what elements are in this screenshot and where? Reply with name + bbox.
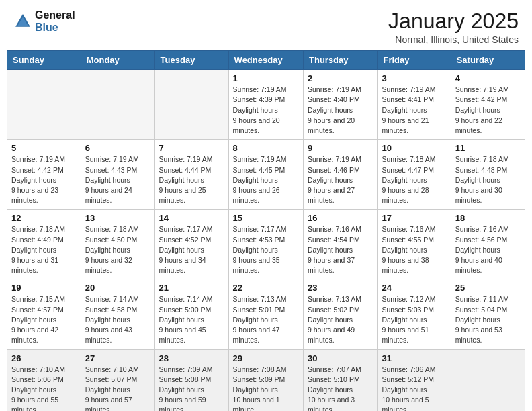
day-number: 5 [11, 143, 77, 153]
calendar-day-cell [7, 70, 81, 140]
day-number: 29 [233, 353, 299, 363]
day-info: Sunrise: 7:14 AMSunset: 4:58 PMDaylight … [85, 294, 150, 345]
day-info: Sunrise: 7:19 AMSunset: 4:41 PMDaylight … [382, 85, 446, 136]
logo-text: General Blue [35, 9, 75, 33]
day-number: 3 [382, 73, 446, 83]
logo: General Blue [13, 9, 75, 33]
day-number: 27 [85, 353, 150, 363]
day-info: Sunrise: 7:16 AMSunset: 4:55 PMDaylight … [382, 224, 446, 275]
calendar-day-cell: 13Sunrise: 7:18 AMSunset: 4:50 PMDayligh… [81, 210, 154, 279]
calendar-day-cell: 18Sunrise: 7:16 AMSunset: 4:56 PMDayligh… [451, 210, 525, 279]
day-info: Sunrise: 7:09 AMSunset: 5:08 PMDaylight … [159, 365, 224, 411]
day-number: 28 [159, 353, 224, 363]
day-info: Sunrise: 7:19 AMSunset: 4:44 PMDaylight … [159, 154, 224, 205]
day-number: 26 [11, 353, 77, 363]
day-info: Sunrise: 7:19 AMSunset: 4:43 PMDaylight … [85, 154, 150, 205]
calendar-day-cell: 11Sunrise: 7:18 AMSunset: 4:48 PMDayligh… [451, 140, 525, 210]
day-header-saturday: Saturday [451, 51, 525, 70]
day-header-tuesday: Tuesday [154, 51, 228, 70]
day-number: 11 [455, 143, 521, 153]
calendar-day-cell: 16Sunrise: 7:16 AMSunset: 4:54 PMDayligh… [304, 210, 378, 279]
logo-blue: Blue [35, 21, 75, 34]
day-info: Sunrise: 7:19 AMSunset: 4:46 PMDaylight … [308, 154, 373, 205]
day-info: Sunrise: 7:18 AMSunset: 4:50 PMDaylight … [85, 224, 150, 275]
day-number: 13 [85, 213, 150, 223]
day-header-friday: Friday [378, 51, 451, 70]
day-number: 23 [308, 283, 373, 293]
calendar-week-row: 12Sunrise: 7:18 AMSunset: 4:49 PMDayligh… [7, 210, 525, 279]
day-number: 8 [233, 143, 299, 153]
month-title: January 2025 [388, 9, 519, 33]
day-info: Sunrise: 7:16 AMSunset: 4:54 PMDaylight … [308, 224, 373, 275]
calendar-week-row: 5Sunrise: 7:19 AMSunset: 4:42 PMDaylight… [7, 140, 525, 210]
day-info: Sunrise: 7:13 AMSunset: 5:02 PMDaylight … [308, 294, 373, 345]
day-info: Sunrise: 7:08 AMSunset: 5:09 PMDaylight … [233, 365, 299, 411]
day-number: 21 [159, 283, 224, 293]
day-info: Sunrise: 7:13 AMSunset: 5:01 PMDaylight … [233, 294, 299, 345]
calendar-day-cell: 22Sunrise: 7:13 AMSunset: 5:01 PMDayligh… [228, 279, 303, 349]
day-info: Sunrise: 7:19 AMSunset: 4:42 PMDaylight … [455, 85, 521, 136]
day-info: Sunrise: 7:19 AMSunset: 4:40 PMDaylight … [308, 85, 373, 136]
calendar-day-cell: 6Sunrise: 7:19 AMSunset: 4:43 PMDaylight… [81, 140, 154, 210]
location: Normal, Illinois, United States [388, 34, 519, 45]
day-number: 19 [11, 283, 77, 293]
logo-general: General [35, 9, 75, 21]
calendar-day-cell: 21Sunrise: 7:14 AMSunset: 5:00 PMDayligh… [154, 279, 228, 349]
day-info: Sunrise: 7:16 AMSunset: 4:56 PMDaylight … [455, 224, 521, 275]
calendar-day-cell: 8Sunrise: 7:19 AMSunset: 4:45 PMDaylight… [228, 140, 303, 210]
day-info: Sunrise: 7:17 AMSunset: 4:52 PMDaylight … [159, 224, 224, 275]
day-info: Sunrise: 7:10 AMSunset: 5:07 PMDaylight … [85, 365, 150, 411]
day-number: 30 [308, 353, 373, 363]
day-number: 24 [382, 283, 446, 293]
calendar-header-row: SundayMondayTuesdayWednesdayThursdayFrid… [7, 51, 525, 70]
day-info: Sunrise: 7:18 AMSunset: 4:48 PMDaylight … [455, 154, 521, 205]
calendar-day-cell [451, 349, 525, 411]
calendar-wrapper: SundayMondayTuesdayWednesdayThursdayFrid… [0, 50, 532, 411]
header: General Blue January 2025 Normal, Illino… [0, 0, 532, 50]
calendar-day-cell: 27Sunrise: 7:10 AMSunset: 5:07 PMDayligh… [81, 349, 154, 411]
day-header-thursday: Thursday [304, 51, 378, 70]
calendar-day-cell: 26Sunrise: 7:10 AMSunset: 5:06 PMDayligh… [7, 349, 81, 411]
day-number: 16 [308, 213, 373, 223]
day-info: Sunrise: 7:06 AMSunset: 5:12 PMDaylight … [382, 365, 446, 411]
day-number: 17 [382, 213, 446, 223]
calendar-day-cell: 4Sunrise: 7:19 AMSunset: 4:42 PMDaylight… [451, 70, 525, 140]
calendar-day-cell: 3Sunrise: 7:19 AMSunset: 4:41 PMDaylight… [378, 70, 451, 140]
calendar-day-cell: 25Sunrise: 7:11 AMSunset: 5:04 PMDayligh… [451, 279, 525, 349]
logo-icon [13, 12, 32, 31]
day-number: 2 [308, 73, 373, 83]
day-number: 22 [233, 283, 299, 293]
day-info: Sunrise: 7:18 AMSunset: 4:49 PMDaylight … [11, 224, 77, 275]
day-number: 10 [382, 143, 446, 153]
calendar-day-cell: 29Sunrise: 7:08 AMSunset: 5:09 PMDayligh… [228, 349, 303, 411]
calendar-table: SundayMondayTuesdayWednesdayThursdayFrid… [7, 50, 525, 411]
day-number: 18 [455, 213, 521, 223]
day-number: 9 [308, 143, 373, 153]
day-number: 1 [233, 73, 299, 83]
calendar-day-cell: 7Sunrise: 7:19 AMSunset: 4:44 PMDaylight… [154, 140, 228, 210]
day-info: Sunrise: 7:14 AMSunset: 5:00 PMDaylight … [159, 294, 224, 345]
day-info: Sunrise: 7:18 AMSunset: 4:47 PMDaylight … [382, 154, 446, 205]
day-info: Sunrise: 7:11 AMSunset: 5:04 PMDaylight … [455, 294, 521, 345]
calendar-day-cell: 10Sunrise: 7:18 AMSunset: 4:47 PMDayligh… [378, 140, 451, 210]
calendar-day-cell: 20Sunrise: 7:14 AMSunset: 4:58 PMDayligh… [81, 279, 154, 349]
calendar-day-cell [154, 70, 228, 140]
day-number: 31 [382, 353, 446, 363]
calendar-day-cell: 15Sunrise: 7:17 AMSunset: 4:53 PMDayligh… [228, 210, 303, 279]
day-info: Sunrise: 7:17 AMSunset: 4:53 PMDaylight … [233, 224, 299, 275]
calendar-day-cell: 5Sunrise: 7:19 AMSunset: 4:42 PMDaylight… [7, 140, 81, 210]
day-header-monday: Monday [81, 51, 154, 70]
day-info: Sunrise: 7:10 AMSunset: 5:06 PMDaylight … [11, 365, 77, 411]
day-number: 25 [455, 283, 521, 293]
header-right: January 2025 Normal, Illinois, United St… [388, 9, 519, 45]
calendar-day-cell [81, 70, 154, 140]
calendar-day-cell: 12Sunrise: 7:18 AMSunset: 4:49 PMDayligh… [7, 210, 81, 279]
calendar-day-cell: 23Sunrise: 7:13 AMSunset: 5:02 PMDayligh… [304, 279, 378, 349]
day-number: 15 [233, 213, 299, 223]
calendar-week-row: 19Sunrise: 7:15 AMSunset: 4:57 PMDayligh… [7, 279, 525, 349]
calendar-day-cell: 24Sunrise: 7:12 AMSunset: 5:03 PMDayligh… [378, 279, 451, 349]
calendar-day-cell: 14Sunrise: 7:17 AMSunset: 4:52 PMDayligh… [154, 210, 228, 279]
calendar-day-cell: 19Sunrise: 7:15 AMSunset: 4:57 PMDayligh… [7, 279, 81, 349]
day-info: Sunrise: 7:19 AMSunset: 4:45 PMDaylight … [233, 154, 299, 205]
day-header-sunday: Sunday [7, 51, 81, 70]
